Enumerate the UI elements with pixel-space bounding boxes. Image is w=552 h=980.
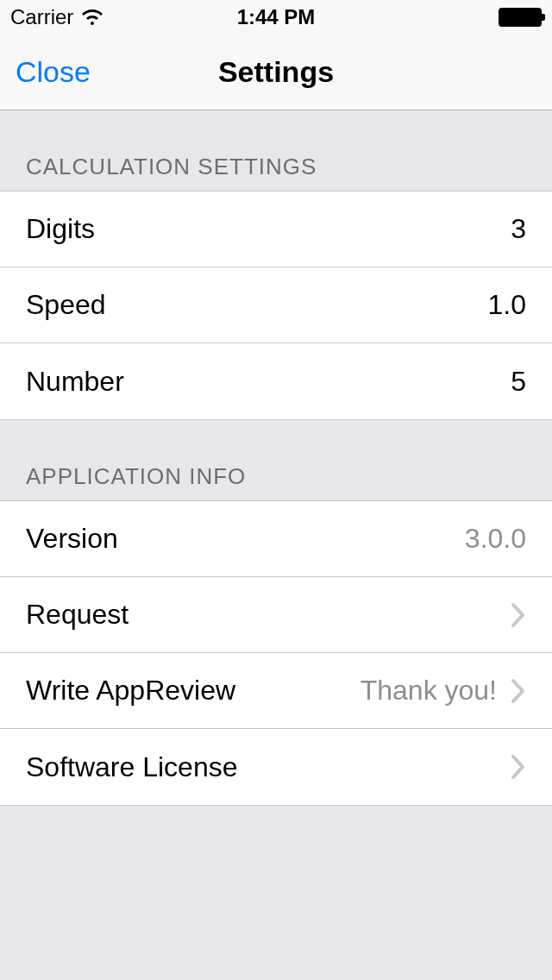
section-header-calculation: CALCULATION SETTINGS: [0, 110, 552, 191]
row-number[interactable]: Number 5: [0, 343, 552, 419]
status-left: Carrier: [10, 5, 104, 29]
table-group-calculation: Digits 3 Speed 1.0 Number 5: [0, 191, 552, 420]
row-label: Number: [26, 366, 124, 398]
row-label: Speed: [26, 289, 106, 321]
row-value: 3.0.0: [465, 523, 526, 555]
status-bar: Carrier 1:44 PM: [0, 0, 552, 35]
row-label: Version: [26, 523, 118, 555]
row-value: Thank you!: [361, 675, 497, 707]
row-label: Request: [26, 599, 129, 631]
close-button[interactable]: Close: [16, 55, 91, 89]
page-title: Settings: [218, 55, 334, 89]
row-digits[interactable]: Digits 3: [0, 192, 552, 267]
wifi-icon: [80, 8, 104, 27]
row-request[interactable]: Request: [0, 577, 552, 653]
row-label: Digits: [26, 213, 95, 245]
row-value: 1.0: [488, 289, 526, 321]
chevron-right-icon: [511, 754, 526, 780]
row-software-license[interactable]: Software License: [0, 729, 552, 805]
nav-bar: Close Settings: [0, 35, 552, 110]
status-time: 1:44 PM: [237, 5, 316, 29]
table-group-app-info: Version 3.0.0 Request Write AppReview Th…: [0, 500, 552, 806]
battery-icon: [499, 8, 542, 27]
row-label: Software License: [26, 751, 237, 783]
row-speed[interactable]: Speed 1.0: [0, 267, 552, 343]
section-header-app-info: APPLICATION INFO: [0, 420, 552, 500]
row-value: 5: [511, 366, 526, 398]
row-label: Write AppReview: [26, 675, 235, 707]
chevron-right-icon: [511, 602, 526, 628]
row-version: Version 3.0.0: [0, 501, 552, 577]
status-right: [499, 8, 542, 27]
carrier-label: Carrier: [10, 5, 73, 29]
row-write-review[interactable]: Write AppReview Thank you!: [0, 653, 552, 729]
chevron-right-icon: [511, 678, 526, 704]
row-value: 3: [511, 213, 526, 245]
